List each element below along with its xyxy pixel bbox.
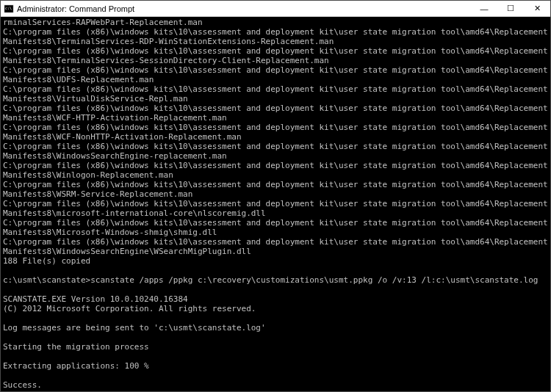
command-prompt-window: c:\ Administrator: Command Prompt — ☐ ✕ … — [0, 0, 551, 392]
terminal-line: Starting the migration process — [3, 342, 548, 352]
close-button[interactable]: ✕ — [524, 1, 550, 16]
titlebar[interactable]: c:\ Administrator: Command Prompt — ☐ ✕ — [1, 1, 550, 17]
terminal-line: C:\program files (x86)\windows kits\10\a… — [3, 161, 548, 180]
window-title: Administrator: Command Prompt — [17, 4, 471, 13]
window-controls: — ☐ ✕ — [471, 1, 550, 16]
terminal-line: Success. — [3, 380, 548, 390]
terminal-line: C:\program files (x86)\windows kits\10\a… — [3, 180, 548, 199]
terminal-line: C:\program files (x86)\windows kits\10\a… — [3, 46, 548, 65]
terminal-line — [3, 390, 548, 391]
svg-text:c:\: c:\ — [5, 6, 12, 10]
terminal-line: C:\program files (x86)\windows kits\10\a… — [3, 65, 548, 84]
terminal-line — [3, 371, 548, 380]
terminal-line — [3, 313, 548, 323]
app-icon: c:\ — [4, 4, 14, 14]
terminal-line: C:\program files (x86)\windows kits\10\a… — [3, 84, 548, 104]
terminal-line: Log messages are being sent to 'c:\usmt\… — [3, 323, 548, 333]
terminal-line: C:\program files (x86)\windows kits\10\a… — [3, 104, 548, 123]
terminal-line: C:\program files (x86)\windows kits\10\a… — [3, 237, 548, 256]
minimize-button[interactable]: — — [471, 1, 497, 16]
terminal-line: C:\program files (x86)\windows kits\10\a… — [3, 142, 548, 161]
terminal-line: C:\program files (x86)\windows kits\10\a… — [3, 199, 548, 218]
terminal-line: SCANSTATE.EXE Version 10.0.10240.16384 — [3, 294, 548, 304]
terminal-line: Extracting applications: 100 % — [3, 361, 548, 371]
maximize-button[interactable]: ☐ — [497, 1, 524, 16]
terminal-line: (C) 2012 Microsoft Corporation. All righ… — [3, 304, 548, 313]
terminal-line: c:\usmt\scanstate>scanstate /apps /ppkg … — [3, 275, 548, 285]
terminal-line — [3, 266, 548, 275]
terminal-line: C:\program files (x86)\windows kits\10\a… — [3, 27, 548, 46]
terminal-line: rminalServices-RAPWebPart-Replacement.ma… — [3, 18, 548, 27]
terminal-line: C:\program files (x86)\windows kits\10\a… — [3, 123, 548, 142]
terminal-line: C:\program files (x86)\windows kits\10\a… — [3, 218, 548, 237]
terminal-output[interactable]: rminalServices-RAPWebPart-Replacement.ma… — [1, 17, 550, 391]
terminal-line: 188 File(s) copied — [3, 256, 548, 266]
terminal-line — [3, 352, 548, 361]
terminal-line — [3, 333, 548, 342]
terminal-line — [3, 285, 548, 294]
